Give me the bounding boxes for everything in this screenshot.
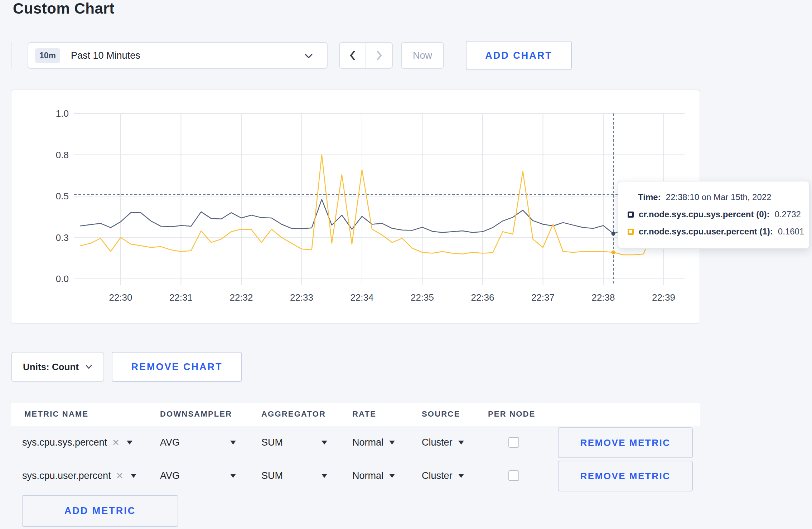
clear-metric-icon[interactable]: ✕ (112, 437, 120, 448)
dropdown-caret-icon[interactable] (230, 441, 236, 445)
tooltip-time-label: Time: (638, 192, 661, 202)
tooltip-series-user-row: cr.node.sys.cpu.user.percent (1): 0.1601 (628, 223, 809, 240)
y-axis-tick-label: 0.3 (56, 232, 69, 243)
column-header-per-node: PER NODE (488, 409, 536, 419)
custom-chart-page: Custom Chart 10m Past 10 Minutes Now ADD… (0, 0, 812, 529)
column-header-source: SOURCE (422, 409, 460, 419)
series-sys-swatch-icon (628, 212, 634, 218)
tooltip-sys-label: cr.node.sys.cpu.sys.percent (0): (639, 209, 769, 219)
crosshair-dot-sys (612, 232, 615, 236)
per-node-checkbox[interactable] (508, 470, 519, 481)
y-axis-tick-label: 0.8 (56, 150, 69, 160)
downsampler-select[interactable]: AVG (160, 459, 236, 492)
y-axis-tick-label: 1.0 (56, 108, 69, 119)
tooltip-user-label: cr.node.sys.cpu.user.percent (1): (639, 227, 773, 237)
units-dropdown[interactable]: Units: Count (11, 352, 104, 382)
dropdown-caret-icon[interactable] (131, 474, 136, 478)
source-select[interactable]: Cluster (422, 459, 464, 492)
clear-metric-icon[interactable]: ✕ (116, 471, 124, 481)
tooltip-time-value: 22:38:10 on Mar 15th, 2022 (666, 192, 772, 202)
remove-metric-button[interactable]: REMOVE METRIC (558, 461, 693, 491)
tooltip-user-value: 0.1601 (778, 227, 804, 237)
aggregator-value: SUM (261, 470, 283, 481)
prev-range-button[interactable] (340, 43, 366, 68)
dropdown-caret-icon[interactable] (389, 474, 395, 478)
metric-name-value: sys.cpu.user.percent (22, 470, 111, 481)
downsampler-value: AVG (160, 470, 180, 481)
chevron-right-icon (375, 50, 383, 61)
dropdown-caret-icon[interactable] (458, 441, 464, 445)
remove-chart-button[interactable]: REMOVE CHART (112, 352, 242, 382)
metric-row: sys.cpu.sys.percent✕AVGSUMNormalClusterR… (11, 426, 812, 459)
now-button[interactable]: Now (401, 42, 444, 69)
dropdown-caret-icon[interactable] (127, 441, 132, 445)
series-user-line (81, 155, 674, 255)
metric-name-select[interactable]: sys.cpu.sys.percent✕ (22, 426, 132, 459)
dropdown-caret-icon[interactable] (322, 441, 327, 445)
x-axis-tick-label: 22:38 (591, 292, 615, 303)
series-user-swatch-icon (628, 229, 634, 235)
series-sys-line (81, 199, 674, 234)
tooltip-series-sys-row: cr.node.sys.cpu.sys.percent (0): 0.2732 (628, 206, 809, 223)
metric-row: sys.cpu.user.percent✕AVGSUMNormalCluster… (11, 459, 812, 492)
crosshair-dot-user (612, 251, 615, 254)
dropdown-caret-icon[interactable] (230, 474, 236, 478)
metric-name-select[interactable]: sys.cpu.user.percent✕ (22, 459, 136, 492)
x-axis-tick-label: 22:31 (169, 292, 193, 303)
time-window-badge: 10m (35, 48, 60, 63)
column-header-rate: RATE (352, 409, 376, 419)
units-label: Units: Count (23, 361, 79, 373)
column-header-metric-name: METRIC NAME (24, 409, 88, 419)
rate-value: Normal (352, 437, 383, 448)
metrics-table-header: METRIC NAME DOWNSAMPLER AGGREGATOR RATE … (11, 403, 700, 426)
chart-tooltip: Time: 22:38:10 on Mar 15th, 2022 cr.node… (618, 181, 810, 249)
x-axis-tick-label: 22:35 (411, 292, 434, 303)
chevron-down-icon (85, 364, 92, 369)
x-axis-tick-label: 22:32 (229, 292, 253, 303)
x-axis-tick-label: 22:30 (109, 292, 132, 303)
y-axis-tick-label: 0.0 (56, 273, 69, 284)
toolbar-divider (11, 42, 11, 69)
downsampler-select[interactable]: AVG (160, 426, 236, 459)
chart-svg[interactable]: 0.00.30.50.81.022:3022:3122:3222:3322:34… (11, 90, 700, 323)
rate-value: Normal (352, 470, 383, 481)
add-chart-button[interactable]: ADD CHART (466, 41, 572, 70)
per-node-checkbox[interactable] (508, 437, 519, 448)
x-axis-tick-label: 22:33 (290, 292, 313, 303)
y-axis-tick-label: 0.5 (56, 191, 69, 202)
remove-metric-button[interactable]: REMOVE METRIC (558, 427, 693, 458)
tooltip-time-row: Time: 22:38:10 on Mar 15th, 2022 (628, 189, 809, 206)
downsampler-value: AVG (160, 437, 180, 448)
rate-select[interactable]: Normal (352, 459, 395, 492)
time-window-label: Past 10 Minutes (71, 50, 140, 61)
aggregator-select[interactable]: SUM (261, 426, 327, 459)
column-header-aggregator: AGGREGATOR (261, 409, 326, 419)
time-window-dropdown[interactable]: 10m Past 10 Minutes (28, 42, 328, 69)
aggregator-value: SUM (261, 437, 283, 448)
x-axis-tick-label: 22:37 (531, 292, 555, 303)
page-title: Custom Chart (13, 0, 115, 17)
add-metric-button[interactable]: ADD METRIC (22, 495, 178, 527)
x-axis-tick-label: 22:39 (652, 292, 675, 303)
chevron-down-icon (304, 53, 313, 59)
dropdown-caret-icon[interactable] (389, 441, 395, 445)
next-range-button[interactable] (366, 43, 392, 68)
chart-card: 0.00.30.50.81.022:3022:3122:3222:3322:34… (11, 89, 700, 324)
dropdown-caret-icon[interactable] (458, 474, 464, 478)
source-value: Cluster (422, 470, 453, 481)
source-select[interactable]: Cluster (422, 426, 464, 459)
x-axis-tick-label: 22:36 (471, 292, 494, 303)
time-pager (339, 42, 393, 69)
metric-name-value: sys.cpu.sys.percent (22, 437, 107, 448)
x-axis-tick-label: 22:34 (350, 292, 373, 303)
aggregator-select[interactable]: SUM (261, 459, 327, 492)
dropdown-caret-icon[interactable] (322, 474, 327, 478)
column-header-downsampler: DOWNSAMPLER (160, 409, 232, 419)
tooltip-sys-value: 0.2732 (774, 209, 801, 219)
rate-select[interactable]: Normal (352, 426, 395, 459)
source-value: Cluster (422, 437, 453, 448)
chevron-left-icon (348, 50, 357, 61)
